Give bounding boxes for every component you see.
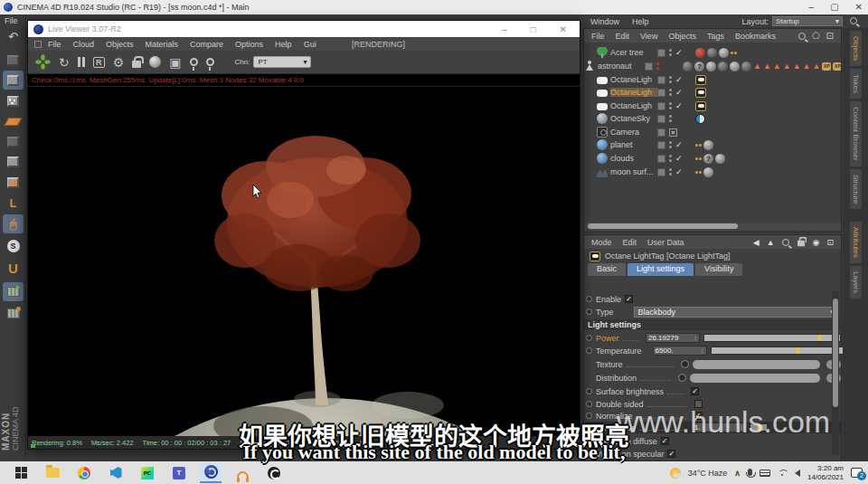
material-tag[interactable]	[707, 48, 717, 58]
render-viewport[interactable]	[28, 87, 580, 436]
window-menu[interactable]: Window	[590, 17, 619, 26]
settings-gear-icon[interactable]: ⚙	[113, 56, 125, 69]
camera-toggle[interactable]: ✕	[669, 128, 677, 137]
polygons-mode-tool[interactable]	[3, 152, 24, 171]
object-label[interactable]: Camera	[610, 128, 657, 137]
visibility-dots-off[interactable]	[656, 62, 659, 70]
lv-compare-menu[interactable]: Compare	[190, 40, 223, 49]
channel-select[interactable]: PT▾	[253, 56, 311, 68]
lv-maximize-button[interactable]: □	[531, 24, 536, 34]
anim-dot-icon[interactable]	[586, 296, 592, 302]
selection-tag[interactable]: ▲	[793, 62, 801, 71]
material-tag-question[interactable]	[703, 154, 713, 164]
object-row-octanelight-3[interactable]: OctaneLigh ✓	[584, 100, 842, 112]
snap-tool[interactable]: S	[3, 236, 24, 255]
octane-tag[interactable]	[695, 171, 702, 174]
visibility-dots[interactable]	[669, 115, 672, 122]
main-file-menu[interactable]: File	[5, 16, 18, 25]
start-button[interactable]	[10, 462, 32, 483]
restart-render-icon[interactable]: ↻	[59, 56, 70, 69]
anim-dot-icon[interactable]	[586, 401, 592, 407]
om-search-icon[interactable]	[798, 33, 806, 40]
axis-mode-tool[interactable]: L	[3, 194, 24, 213]
visibility-dots[interactable]	[669, 76, 672, 83]
tab-takes[interactable]: Takes	[850, 69, 862, 99]
layer-box[interactable]	[657, 155, 665, 163]
octane-lighttag-selected[interactable]	[695, 88, 706, 98]
picture-viewer-icon[interactable]: ▣	[169, 56, 181, 69]
render-check[interactable]: ✓	[675, 154, 683, 163]
magnet-tool[interactable]: U	[3, 259, 24, 278]
material-ball-icon[interactable]	[149, 56, 161, 68]
temperature-input[interactable]: 6500.↕	[653, 346, 707, 356]
anim-dot-icon[interactable]	[586, 308, 592, 315]
om-horizontal-scrollbar[interactable]	[584, 223, 842, 230]
keyboard-icon[interactable]	[760, 470, 770, 477]
grid-icon[interactable]	[34, 41, 42, 48]
volume-icon[interactable]	[795, 470, 800, 477]
tab-objects[interactable]: Objects	[850, 31, 862, 66]
chrome-icon[interactable]	[73, 462, 95, 483]
material-tag-red[interactable]	[695, 48, 705, 58]
object-row-octanesky[interactable]: OctaneSky	[584, 112, 842, 125]
am-mode-menu[interactable]: Mode	[591, 238, 612, 247]
object-label[interactable]: moon surf...	[610, 167, 657, 176]
lv-close-button[interactable]: ✕	[560, 24, 567, 34]
region-render-icon[interactable]: R	[93, 57, 105, 68]
maximize-button[interactable]: ▢	[830, 0, 838, 14]
render-check[interactable]: ✓	[675, 48, 683, 57]
object-row-clouds[interactable]: clouds ✓	[584, 152, 842, 165]
lv-help-menu[interactable]: Help	[275, 40, 292, 49]
texture-node-button[interactable]	[681, 360, 689, 368]
lv-file-menu[interactable]: File	[48, 40, 61, 49]
lv-cloud-menu[interactable]: Cloud	[73, 40, 95, 49]
notification-icon[interactable]: 2	[851, 468, 863, 478]
object-label[interactable]: planet	[610, 140, 657, 149]
lv-materials-menu[interactable]: Materials	[146, 40, 179, 49]
material-tag-question[interactable]	[694, 62, 704, 71]
minimize-button[interactable]: –	[809, 0, 815, 14]
search-icon[interactable]	[850, 17, 857, 24]
lock-resolution-icon[interactable]	[132, 61, 141, 68]
model-tool[interactable]	[3, 51, 24, 70]
obs-icon[interactable]	[263, 462, 285, 483]
om-objects-menu[interactable]: Objects	[668, 32, 696, 41]
render-check[interactable]: ✓	[675, 75, 683, 84]
tab-attributes[interactable]: Attributes	[850, 222, 862, 263]
tab-content-browser[interactable]: Content Browser	[850, 101, 862, 166]
workplane-tool[interactable]	[3, 282, 24, 301]
lv-objects-menu[interactable]: Objects	[106, 40, 134, 49]
material-tag[interactable]	[703, 167, 713, 177]
visibility-dots[interactable]	[669, 89, 672, 96]
object-label[interactable]: Acer tree	[610, 48, 657, 57]
points-mode-tool[interactable]	[3, 91, 24, 110]
selection-tag[interactable]: ▲	[813, 62, 821, 71]
material-tag[interactable]	[715, 154, 725, 164]
am-search-icon[interactable]	[782, 239, 789, 246]
tab-light-settings[interactable]: Light settings	[627, 263, 693, 276]
network-icon[interactable]	[778, 470, 788, 477]
vscode-icon[interactable]	[105, 462, 127, 483]
material-tag[interactable]	[683, 62, 693, 71]
visibility-dots[interactable]	[669, 49, 672, 56]
new-panel-icon[interactable]: ⊡	[826, 238, 834, 247]
up-arrow-icon[interactable]: ▲	[767, 238, 775, 247]
layer-box[interactable]	[657, 141, 665, 149]
power-slider[interactable]	[703, 334, 841, 342]
object-label[interactable]: OctaneLigh	[610, 101, 657, 110]
om-tags-menu[interactable]: Tags	[707, 32, 724, 41]
weather-icon[interactable]	[670, 468, 681, 479]
tray-expand-chevron[interactable]: ∧	[734, 469, 741, 478]
layer-box[interactable]	[657, 115, 665, 123]
power-input[interactable]: 26.19279↕	[646, 333, 700, 343]
octane-tag[interactable]	[695, 144, 702, 147]
layer-box[interactable]	[657, 168, 665, 176]
selection-tag[interactable]: ▲	[763, 62, 771, 71]
cinema4d-taskbar-icon[interactable]	[200, 462, 222, 483]
clock[interactable]: 3:20 am 14/06/2021	[807, 464, 844, 482]
polygon-face-tool[interactable]	[3, 173, 24, 192]
teams-icon[interactable]: T	[168, 462, 190, 483]
om-file-menu[interactable]: File	[591, 32, 605, 41]
material-tag[interactable]	[719, 48, 729, 58]
live-viewer-titlebar[interactable]: Live Viewer 3.07-R2 – □ ✕	[28, 21, 580, 37]
